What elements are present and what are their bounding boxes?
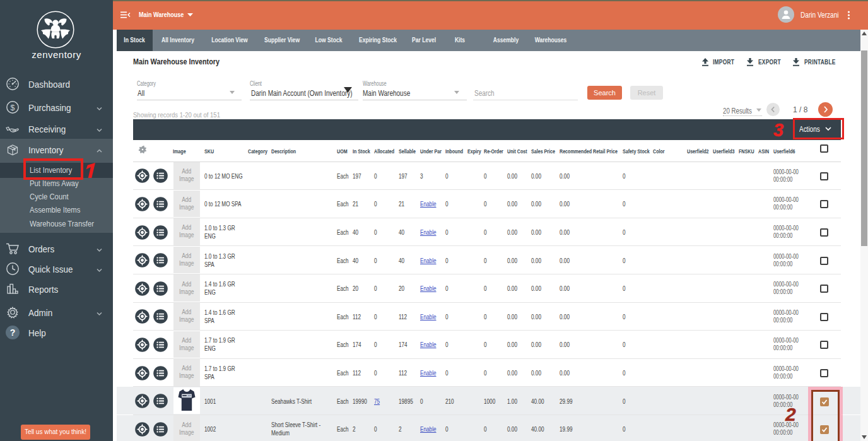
svg-text:?: ?: [10, 327, 16, 338]
svg-text:$: $: [11, 103, 15, 112]
